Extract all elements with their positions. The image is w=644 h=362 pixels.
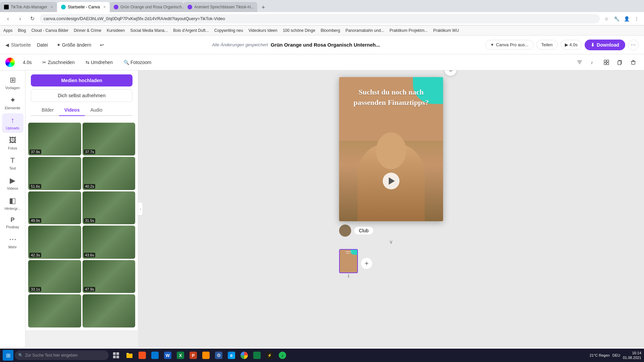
bookmark-dinner[interactable]: Dinner & Crime	[74, 28, 101, 33]
upload-media-button[interactable]: Medien hochladen	[31, 74, 132, 86]
taskbar-app-task-view[interactable]	[110, 349, 122, 361]
sidebar-item-pixabay[interactable]: P Pixabay	[2, 214, 23, 232]
datei-menu[interactable]: Datei	[34, 41, 51, 49]
sidebar-item-fotos[interactable]: 🖼 Fotos	[2, 133, 23, 153]
search-input[interactable]	[25, 353, 105, 358]
taskbar-app-settings[interactable]: ⚙	[213, 349, 225, 361]
taskbar-app-dark[interactable]: ⚡	[264, 349, 276, 361]
browser-tab-2[interactable]: Startseite - Canva ×	[57, 2, 110, 12]
taskbar-excel[interactable]: X	[174, 349, 186, 361]
duration-item[interactable]: 4.0s	[20, 58, 34, 66]
add-slide-button[interactable]: +	[361, 257, 373, 269]
bookmark-blog[interactable]: Blog	[18, 28, 26, 33]
forward-button[interactable]: ›	[15, 14, 25, 23]
tab2-close[interactable]: ×	[103, 5, 106, 9]
video-thumb-8[interactable]: 43.6s	[83, 226, 136, 258]
sound-button[interactable]: ♪	[588, 57, 598, 68]
reload-button[interactable]: ↻	[28, 14, 37, 23]
profile-icon[interactable]: 👤	[623, 15, 631, 23]
video-thumb-7[interactable]: 42.3s	[28, 226, 81, 258]
sidebar-item-hintergrund[interactable]: ◧ Hintergr...	[2, 194, 23, 213]
video-thumb-2[interactable]: 37.7s	[83, 123, 136, 156]
tab-audio[interactable]: Audio	[85, 105, 108, 116]
extensions-icon[interactable]: 🔧	[612, 15, 621, 23]
color-wheel[interactable]	[5, 58, 15, 67]
browser-tab-4[interactable]: Animiert Sprechblasen Tiktok-H... ×	[183, 2, 257, 12]
bookmark-praktikum1[interactable]: Praktikum Projektm...	[389, 28, 428, 33]
taskbar-powerpoint[interactable]: P	[187, 349, 199, 361]
canvas-headline[interactable]: Suchst du noch nach passenden Finanztipp…	[339, 87, 443, 108]
record-self-button[interactable]: Dich selbst aufnehmen	[31, 89, 132, 102]
tab-videos[interactable]: Videos	[59, 105, 85, 116]
sidebar-item-uploads[interactable]: ↑ Uploads	[2, 113, 23, 133]
bookmark-praktikum2[interactable]: Praktikum WU	[433, 28, 459, 33]
crop-button[interactable]: ✂ Zuschneiden	[40, 58, 77, 66]
filter-button[interactable]	[574, 57, 585, 68]
sidebar-item-vorlagen[interactable]: ⊞ Vorlagen	[2, 73, 23, 93]
taskbar-app-green[interactable]	[251, 349, 263, 361]
video-thumb-4[interactable]: 40.2s	[83, 157, 136, 190]
panel-collapse-button[interactable]: ‹	[138, 202, 143, 216]
start-button[interactable]: ⊞	[3, 350, 13, 361]
fotozoom-button[interactable]: 🔍 Fotozoom	[121, 58, 154, 66]
expand-canvas-button[interactable]: ∨	[389, 239, 393, 245]
bookmark-canva[interactable]: Cloud - Canva Bilder	[31, 28, 68, 33]
undo-button[interactable]: ↩	[97, 41, 107, 49]
browser-tab-1[interactable]: TikTok Ads-Manager ×	[0, 2, 57, 12]
bookmark-apps[interactable]: Apps	[3, 28, 12, 33]
tab1-close[interactable]: ×	[51, 5, 53, 9]
video-thumb-1[interactable]: 37.9s	[28, 123, 81, 156]
groesse-menu[interactable]: ✦ Größe ändern	[54, 41, 94, 49]
tab-bilder[interactable]: Bilder	[36, 105, 59, 116]
video-thumb-5[interactable]: 49.9s	[28, 191, 81, 224]
video-thumb-12[interactable]	[83, 294, 136, 327]
bookmark-video[interactable]: Videokurs Ideen	[249, 28, 278, 33]
url-input[interactable]: canva.com/design/DAEl3hLsW_0/q0DqP7PxKwj…	[40, 14, 600, 23]
taskbar-app-pin1[interactable]	[136, 349, 148, 361]
download-button[interactable]: ⬇ Download	[585, 40, 625, 50]
refresh-button[interactable]: ↻	[444, 70, 457, 76]
taskbar-search[interactable]: 🔍	[15, 351, 109, 360]
browser-tab-3[interactable]: Grün Orange und Rosa Organisch... ×	[110, 2, 183, 12]
canva-pro-button[interactable]: ✦ Canva Pro aus...	[485, 40, 534, 50]
taskbar-chrome[interactable]	[238, 349, 250, 361]
new-tab-button[interactable]: +	[259, 3, 268, 12]
video-thumb-9[interactable]: 33.1s	[28, 260, 81, 293]
sidebar-item-videos[interactable]: ▶ Videos	[2, 174, 23, 193]
share-button[interactable]: Teilen	[536, 40, 558, 50]
bookmark-bloomberg[interactable]: Bloomberg	[321, 28, 340, 33]
sidebar-item-mehr[interactable]: ⋯ Mehr	[2, 232, 23, 252]
home-button[interactable]: ◀ Startseite	[5, 42, 31, 48]
play-button[interactable]	[383, 173, 399, 189]
video-thumb-11[interactable]	[28, 294, 81, 327]
taskbar-spotify[interactable]: ♪	[276, 349, 288, 361]
bookmark-100[interactable]: 100 schöne Dinge	[283, 28, 315, 33]
taskbar-edge[interactable]: e	[225, 349, 237, 361]
sidebar-item-elemente[interactable]: ✦ Elemente	[2, 93, 23, 113]
taskbar-word[interactable]: W	[162, 349, 174, 361]
taskbar-app-pin2[interactable]	[149, 349, 161, 361]
taskbar-app-orange[interactable]	[200, 349, 212, 361]
grid-button[interactable]	[601, 57, 612, 68]
canvas-content[interactable]: Suchst du noch nach passenden Finanztipp…	[339, 77, 443, 221]
video-thumb-10[interactable]: 47.9s	[83, 260, 136, 293]
bookmark-bois[interactable]: Bois d'Argent Duft...	[173, 28, 209, 33]
video-thumb-3[interactable]: 51.6s	[28, 157, 81, 190]
video-thumb-6[interactable]: 31.5s	[83, 191, 136, 224]
bookmark-kursideen[interactable]: Kursideen	[107, 28, 125, 33]
flip-button[interactable]: ⇆ Umdrehen	[83, 58, 115, 66]
bookmark-social[interactable]: Social Media Mana...	[130, 28, 168, 33]
more-options-button[interactable]: ⋯	[628, 40, 639, 50]
taskbar-file-explorer[interactable]	[123, 349, 136, 361]
sidebar-item-text[interactable]: T Text	[2, 154, 23, 173]
trash-button[interactable]	[628, 57, 639, 68]
menu-icon[interactable]: ⋮	[633, 15, 641, 23]
bookmark-panorama[interactable]: Panoramabahn und...	[345, 28, 384, 33]
copy-button[interactable]	[614, 57, 625, 68]
back-button[interactable]: ‹	[3, 14, 13, 23]
preview-button[interactable]: ▶ 4.0s	[560, 40, 582, 50]
project-title[interactable]: Grün Orange und Rosa Organisch Unterneh.…	[271, 42, 380, 48]
bookmark-icon[interactable]: ☆	[602, 15, 610, 23]
bookmark-copy[interactable]: Copywriting neu	[214, 28, 243, 33]
slide-thumb-1[interactable]: Suchst dunoch...	[339, 249, 358, 273]
